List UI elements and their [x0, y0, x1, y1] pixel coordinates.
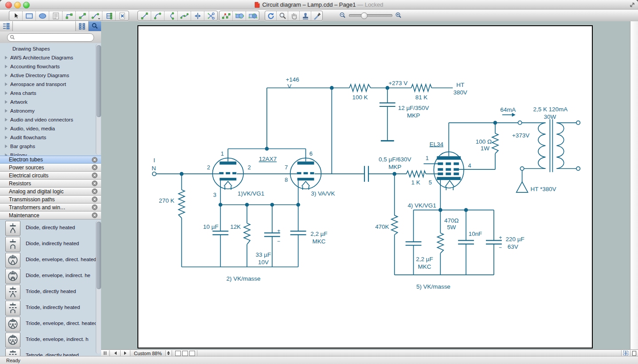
- shape-item-diode-envelope-direct[interactable]: Diode, envelope, direct. heated: [0, 253, 96, 269]
- diode-envelope-indirect-icon[interactable]: [5, 269, 20, 284]
- zoom-slider-track[interactable]: [349, 14, 392, 17]
- connector-elbow-tool-icon[interactable]: [63, 11, 76, 20]
- category-item[interactable]: Drawing Shapes: [0, 44, 101, 53]
- triode-direct-icon[interactable]: [5, 285, 20, 300]
- disclosure-triangle-icon[interactable]: [5, 100, 8, 104]
- pan-tool-icon[interactable]: [288, 11, 300, 20]
- select-tool-icon[interactable]: [9, 11, 23, 20]
- disclosure-triangle-icon[interactable]: [5, 56, 8, 59]
- disclosure-triangle-icon[interactable]: [5, 74, 8, 77]
- grid-view-icon[interactable]: [76, 21, 89, 31]
- close-library-icon[interactable]: [92, 172, 98, 178]
- pause-layout-icon[interactable]: [101, 350, 110, 356]
- library-item-maintenance[interactable]: Maintenance: [0, 211, 101, 219]
- shape-item-triode-envelope-indirect[interactable]: Triode, envelope, indirect. h: [0, 333, 96, 348]
- close-library-icon[interactable]: [92, 157, 98, 163]
- shape-item-triode-direct[interactable]: Triode, directly heated: [0, 285, 96, 301]
- search-input[interactable]: [16, 34, 91, 41]
- close-library-icon[interactable]: [92, 180, 98, 186]
- shape-scrollbar-thumb[interactable]: [97, 222, 101, 289]
- close-library-icon[interactable]: [92, 204, 98, 210]
- expand-window-icon[interactable]: [629, 2, 635, 8]
- category-item[interactable]: Active Directory Diagrams: [0, 71, 96, 80]
- diode-indirect-icon[interactable]: [5, 237, 20, 252]
- close-library-icon[interactable]: [92, 196, 98, 202]
- layout-square-icon[interactable]: [189, 351, 195, 356]
- shape-item-triode-envelope-direct[interactable]: Triode, envelope, direct. heated: [0, 317, 96, 333]
- shape-scrollbar[interactable]: [96, 221, 101, 354]
- eyedropper-tool-icon[interactable]: [311, 11, 322, 20]
- close-library-icon[interactable]: [92, 164, 98, 170]
- stamp-tool-icon[interactable]: [300, 11, 311, 20]
- category-item[interactable]: Audio, video, media: [0, 124, 96, 133]
- category-item[interactable]: Astronomy: [0, 106, 96, 115]
- close-library-icon[interactable]: [92, 212, 98, 218]
- library-item-electron-tubes[interactable]: Electron tubes: [0, 156, 101, 164]
- library-item-analog-digital-logic[interactable]: Analog and digital logic: [0, 188, 101, 196]
- document-page[interactable]: +146 V 100 K +273 V 81 K HT 380V 12 µF/3…: [137, 25, 593, 348]
- category-item[interactable]: Bar graphs: [0, 142, 96, 151]
- combine-subtract-tool-icon[interactable]: [246, 11, 259, 20]
- diode-envelope-direct-icon[interactable]: [5, 253, 20, 268]
- library-item-electrical-circuits[interactable]: Electrical circuits: [0, 172, 101, 180]
- zoom-slider-thumb[interactable]: [361, 12, 368, 19]
- reshape-tool-icon[interactable]: [219, 11, 233, 20]
- library-item-resistors[interactable]: Resistors: [0, 180, 101, 188]
- shape-item-tetrode-direct[interactable]: Tetrode, directly heated: [0, 348, 96, 356]
- zoom-step-down-icon[interactable]: [167, 353, 170, 355]
- shape-item-diode-direct[interactable]: Diode, directly heated: [0, 221, 96, 237]
- disconnect-tool-icon[interactable]: [116, 11, 129, 20]
- library-item-transmission-paths[interactable]: Transmission paths: [0, 196, 101, 204]
- zoom-out-icon[interactable]: [339, 12, 346, 19]
- triode-envelope-indirect-icon[interactable]: [5, 333, 20, 348]
- connector-tree-tool-icon[interactable]: [102, 11, 116, 20]
- next-page-button[interactable]: [121, 350, 130, 356]
- category-item[interactable]: Artwork: [0, 98, 96, 106]
- shape-item-diode-indirect[interactable]: Diode, indirectly heated: [0, 237, 96, 253]
- category-item[interactable]: Audio and video connectors: [0, 115, 96, 124]
- prev-page-button[interactable]: [111, 350, 121, 356]
- library-item-power-sources[interactable]: Power sources: [0, 164, 101, 172]
- shape-item-diode-envelope-indirect[interactable]: Diode, envelope, indirect. he: [0, 269, 96, 285]
- layout-square-icon[interactable]: [175, 351, 181, 356]
- drawing-canvas[interactable]: +146 V 100 K +273 V 81 K HT 380V 12 µF/3…: [101, 21, 630, 349]
- library-item-transformers[interactable]: Transformers and win…: [0, 204, 101, 211]
- zoom-tool-icon[interactable]: [277, 11, 288, 20]
- split-tool-icon[interactable]: [191, 11, 204, 20]
- disclosure-triangle-icon[interactable]: [5, 127, 8, 130]
- disclosure-triangle-icon[interactable]: [5, 118, 8, 121]
- shape-item-triode-indirect[interactable]: Triode, indirectly heated: [0, 301, 96, 317]
- horizontal-scrollbar[interactable]: [197, 350, 621, 356]
- category-item[interactable]: AWS Architecture Diagrams: [0, 53, 96, 62]
- zoom-in-icon[interactable]: [395, 12, 402, 19]
- zoom-stepper[interactable]: [165, 350, 172, 356]
- category-item[interactable]: Area charts: [0, 89, 96, 98]
- disclosure-triangle-icon[interactable]: [5, 91, 8, 95]
- category-item[interactable]: Aerospace and transport: [0, 80, 96, 89]
- line-tool-icon[interactable]: [138, 11, 151, 20]
- ellipse-tool-icon[interactable]: [36, 11, 49, 20]
- fit-page-icon[interactable]: [621, 350, 630, 356]
- rotate-tool-icon[interactable]: [265, 11, 277, 20]
- page-view-icon[interactable]: [630, 350, 638, 356]
- disclosure-triangle-icon[interactable]: [5, 65, 8, 68]
- combine-union-tool-icon[interactable]: [233, 11, 246, 20]
- bezier-tool-icon[interactable]: [178, 11, 191, 20]
- connector-curve-tool-icon[interactable]: [89, 11, 102, 20]
- zoom-step-up-icon[interactable]: [167, 351, 170, 353]
- category-scrollbar[interactable]: [96, 44, 101, 155]
- layout-square-icon[interactable]: [182, 351, 188, 356]
- page-layout-buttons[interactable]: [174, 350, 197, 356]
- rectangle-tool-icon[interactable]: [23, 11, 36, 20]
- tree-view-icon[interactable]: [0, 21, 13, 31]
- zoom-level-label[interactable]: Custom 88%: [130, 351, 165, 356]
- vertical-scrollbar[interactable]: [630, 21, 638, 349]
- disclosure-triangle-icon[interactable]: [5, 109, 8, 113]
- disclosure-triangle-icon[interactable]: [5, 136, 8, 139]
- triode-envelope-direct-icon[interactable]: [5, 317, 20, 332]
- scissors-tool-icon[interactable]: [204, 11, 217, 20]
- tetrode-direct-icon[interactable]: [5, 348, 20, 356]
- diode-direct-icon[interactable]: [5, 221, 20, 236]
- text-tool-icon[interactable]: [49, 11, 63, 20]
- category-item[interactable]: Audit flowcharts: [0, 133, 96, 142]
